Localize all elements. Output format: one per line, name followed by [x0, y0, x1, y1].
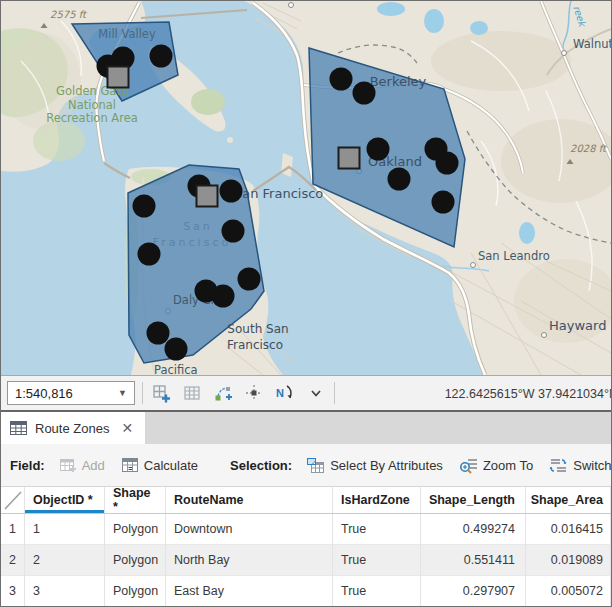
cell-objectid[interactable]: 3 [25, 576, 105, 607]
hills-1 [431, 31, 571, 91]
map-label: San [183, 220, 213, 233]
select-by-attributes-icon [306, 457, 325, 474]
stop-point[interactable] [330, 68, 353, 91]
add-field-icon [59, 457, 77, 473]
stop-point[interactable] [353, 82, 376, 105]
coordinate-readout: 122.6425615°W 37.9421034°N [445, 376, 612, 411]
column-header-objectid[interactable]: ObjectID * [25, 487, 105, 513]
zoom-to-label: Zoom To [483, 458, 533, 473]
depot-square[interactable] [197, 186, 218, 207]
stop-point[interactable] [147, 322, 170, 345]
snapping-icon[interactable] [243, 382, 265, 404]
select-by-attributes-label: Select By Attributes [330, 458, 443, 473]
map-label: Recreation Area [46, 111, 138, 125]
map-status-bar: 1:540,816 ▼ [1, 375, 611, 410]
stop-point[interactable] [436, 152, 459, 175]
map-label: 2028 ft [570, 143, 608, 154]
cell-shapelength[interactable]: 0.499274 [421, 514, 526, 545]
cell-shape[interactable]: Polygon [105, 514, 166, 545]
north-rotation-icon[interactable]: N [274, 382, 296, 404]
arcgis-window: 2575 ftMill ValleyGolden GateNationalRec… [0, 0, 612, 607]
scale-value: 1:540,816 [15, 386, 73, 401]
cell-ishardzone[interactable]: True [333, 576, 421, 607]
treasure-island [281, 153, 293, 177]
table-tab-bar: Route Zones ✕ [1, 410, 611, 444]
map-label: Pacifica [154, 363, 198, 375]
table-row[interactable]: 3 3 Polygon East Bay True 0.297907 0.005… [1, 576, 611, 607]
close-icon[interactable]: ✕ [121, 420, 133, 436]
stop-point[interactable] [212, 285, 235, 308]
cell-objectid[interactable]: 2 [25, 545, 105, 576]
attribute-table: ObjectID * Shape * RouteName IsHardZone … [1, 487, 611, 607]
zoom-to-icon [459, 457, 478, 474]
cell-shapearea[interactable]: 0.005072 [526, 576, 611, 607]
table-row[interactable]: 1 1 Polygon Downtown True 0.499274 0.016… [1, 514, 611, 545]
map-label: Francisco [153, 236, 231, 249]
row-number[interactable]: 1 [1, 514, 25, 545]
column-header-shapelength[interactable]: Shape_Length [421, 487, 526, 513]
map-label: National [68, 98, 116, 112]
cell-ishardzone[interactable]: True [333, 514, 421, 545]
map-canvas[interactable]: 2575 ftMill ValleyGolden GateNationalRec… [1, 1, 611, 375]
field-group-label: Field: [10, 458, 45, 473]
column-header-routename[interactable]: RouteName [166, 487, 333, 513]
stop-point[interactable] [220, 180, 243, 203]
map-label: Walnut [573, 37, 611, 51]
column-header-shape[interactable]: Shape * [105, 487, 166, 513]
table-row[interactable]: 2 2 Polygon North Bay True 0.551411 0.01… [1, 545, 611, 576]
stop-point[interactable] [133, 195, 156, 218]
switch-label: Switch [573, 458, 611, 473]
map-view[interactable]: 2575 ftMill ValleyGolden GateNationalRec… [1, 1, 611, 375]
chevron-down-icon[interactable]: ▼ [118, 388, 134, 398]
calculate-label: Calculate [144, 458, 198, 473]
calculate-icon [121, 457, 139, 473]
cell-shape[interactable]: Polygon [105, 545, 166, 576]
table-corner-cell[interactable] [1, 487, 25, 513]
table-icon [10, 421, 27, 435]
cell-shapelength[interactable]: 0.551411 [421, 545, 526, 576]
map-label: Hayward [549, 318, 606, 333]
stop-point[interactable] [238, 268, 261, 291]
stop-point[interactable] [432, 191, 455, 214]
cell-ishardzone[interactable]: True [333, 545, 421, 576]
edit-vertices-icon[interactable] [212, 382, 234, 404]
town-circle-marker [289, 3, 294, 8]
switch-selection-button[interactable]: Switch [545, 453, 611, 478]
cell-shape[interactable]: Polygon [105, 576, 166, 607]
grid-icon[interactable] [181, 382, 203, 404]
separator [142, 382, 143, 404]
cell-shapearea[interactable]: 0.016415 [526, 514, 611, 545]
depot-square[interactable] [108, 67, 129, 88]
row-number[interactable]: 3 [1, 576, 25, 607]
map-label: Mill Valley [98, 27, 156, 41]
selection-group-label: Selection: [230, 458, 292, 473]
depot-square[interactable] [339, 148, 360, 169]
town-circle-marker [542, 333, 547, 338]
map-label: San Francisco [234, 186, 323, 201]
row-number[interactable]: 2 [1, 545, 25, 576]
stop-point[interactable] [165, 338, 188, 361]
zoom-to-button[interactable]: Zoom To [455, 453, 537, 478]
stop-point[interactable] [222, 220, 245, 243]
cell-routename[interactable]: Downtown [166, 514, 333, 545]
expand-more-icon[interactable] [305, 382, 327, 404]
stop-point[interactable] [138, 243, 161, 266]
cell-routename[interactable]: North Bay [166, 545, 333, 576]
table-toolbar: Field: Add Calculate Selection: [1, 444, 611, 487]
stop-point[interactable] [150, 45, 173, 68]
select-by-attributes-button[interactable]: Select By Attributes [302, 453, 447, 478]
cell-shapearea[interactable]: 0.019089 [526, 545, 611, 576]
tab-route-zones[interactable]: Route Zones ✕ [1, 412, 145, 444]
cell-routename[interactable]: East Bay [166, 576, 333, 607]
stop-point[interactable] [367, 138, 390, 161]
cell-shapelength[interactable]: 0.297907 [421, 576, 526, 607]
column-header-shapearea[interactable]: Shape_Area [526, 487, 611, 513]
column-header-ishardzone[interactable]: IsHardZone [333, 487, 421, 513]
calculate-field-button[interactable]: Calculate [117, 453, 202, 477]
cell-objectid[interactable]: 1 [25, 514, 105, 545]
stop-point[interactable] [388, 168, 411, 191]
add-field-button[interactable]: Add [55, 453, 109, 477]
scale-combobox[interactable]: 1:540,816 ▼ [7, 381, 135, 405]
angel-island [191, 89, 225, 115]
add-view-grid-icon[interactable] [150, 382, 172, 404]
